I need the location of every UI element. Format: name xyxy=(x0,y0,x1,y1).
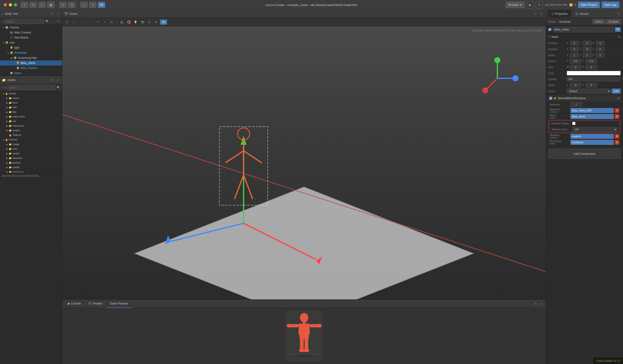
asset-item-resources[interactable]: ▶ 📁 resources xyxy=(0,123,62,128)
scale-z-input[interactable] xyxy=(596,53,604,57)
size-h-input[interactable] xyxy=(586,65,597,69)
close-dot[interactable] xyxy=(4,3,7,6)
position-y-input[interactable] xyxy=(583,41,592,45)
console-menu-icon[interactable]: ≡ xyxy=(539,301,544,306)
asset-item-internal[interactable]: ▼ 🔥 internal xyxy=(0,137,62,142)
asset-item-image[interactable]: ▶ 📁 image xyxy=(0,142,62,147)
filter-icon[interactable]: ↕ xyxy=(50,19,55,24)
scene-menu-icon[interactable]: ≡ xyxy=(539,11,544,16)
smr-gear-icon[interactable]: ⚙ xyxy=(617,97,620,100)
scene-tab[interactable]: Scene xyxy=(69,12,77,16)
size-w-input[interactable] xyxy=(570,65,581,69)
assets-search-icon[interactable]: 🔍 xyxy=(56,85,61,90)
asset-item-obsolete[interactable]: ▶ 📁 obsolete xyxy=(0,156,62,160)
sort-icon[interactable]: ⇅ xyxy=(4,86,6,89)
scene-anchor-icon[interactable]: ⊕ xyxy=(109,19,115,25)
asset-item-model[interactable]: ▶ 📁 model xyxy=(0,151,62,156)
minimize-dot[interactable] xyxy=(9,3,12,6)
rotation-y-input[interactable] xyxy=(583,47,592,51)
tree-item-root[interactable]: ▼ 📦 root xyxy=(0,40,62,45)
mesh-input[interactable] xyxy=(570,114,614,119)
add-node-icon[interactable]: + xyxy=(1,20,3,23)
open-app-button[interactable]: Open App xyxy=(601,2,619,8)
scene-fullscreen-icon[interactable]: ⎘ xyxy=(533,11,538,16)
scene-snap-icon[interactable]: 🧲 xyxy=(126,19,132,25)
tool-refresh-btn[interactable]: ↻ xyxy=(29,2,37,8)
play-button[interactable]: ▶ xyxy=(526,1,534,9)
tree-item-new-button[interactable]: ☐ New Button xyxy=(0,35,62,40)
asset-item-resources2[interactable]: ▶ 📁 resources xyxy=(0,170,62,172)
asset-item-hero[interactable]: ▶ 📁 hero xyxy=(0,100,62,105)
scene-3d-button[interactable]: 3D xyxy=(160,20,167,25)
search-icon[interactable]: 🔍 xyxy=(45,19,50,24)
opacity-input[interactable] xyxy=(567,77,621,82)
scale-y-input[interactable] xyxy=(583,53,592,57)
asset-item-particle[interactable]: ▶ 📁 particle xyxy=(0,160,62,165)
material-input[interactable] xyxy=(570,108,614,113)
refresh-icon[interactable]: ↻ xyxy=(56,19,61,24)
assets-search-input[interactable] xyxy=(7,85,55,90)
rotation-z-input[interactable] xyxy=(596,47,604,51)
scene-scale-icon[interactable]: ⤡ xyxy=(102,19,108,25)
color-swatch[interactable] xyxy=(567,71,621,75)
prefab-go-back-button[interactable]: Go Back xyxy=(606,19,621,24)
maximize-dot[interactable] xyxy=(14,3,17,6)
shadow-casting-select[interactable]: ON xyxy=(572,127,618,132)
scene-viewport[interactable]: Drag with right mouse button to rotate c… xyxy=(62,26,546,300)
asset-item-i18n[interactable]: ▶ 📁 i18n xyxy=(0,105,62,109)
tool-screenshot-btn[interactable]: ▦ xyxy=(47,2,54,8)
skinned-mesh-renderer-header[interactable]: ⚡ SkinnedMeshRenderer ⚙ xyxy=(547,95,622,102)
asset-item-cases[interactable]: ▶ 📁 cases xyxy=(0,96,62,100)
scene-move-icon[interactable]: ↔ xyxy=(88,19,94,25)
reload-button[interactable]: ↻ xyxy=(535,1,543,9)
skeleton-input[interactable] xyxy=(570,134,614,139)
assets-tab[interactable]: Assets xyxy=(7,78,16,82)
node-name-input[interactable] xyxy=(553,27,614,32)
tree-item-beta-joints[interactable]: 📦 Beta_Joints xyxy=(0,61,62,65)
tool-expand-btn[interactable]: ⤢ xyxy=(38,2,46,8)
scene-zoom-out-icon[interactable]: - xyxy=(78,19,84,25)
node-section-gear-icon[interactable]: ⚙ xyxy=(618,35,621,39)
node-tree-search-input[interactable] xyxy=(4,19,44,24)
root-bone-remove-button[interactable]: ✕ xyxy=(615,140,619,145)
add-component-button[interactable]: Add Component xyxy=(548,149,621,159)
mesh-remove-button[interactable]: ✕ xyxy=(615,114,619,119)
props-menu-icon[interactable]: ≡ xyxy=(616,11,621,16)
tree-item-rootnode[interactable]: ▼ 📦 RootNode xyxy=(0,50,62,55)
materials-count-input[interactable] xyxy=(570,102,582,107)
add-asset-icon[interactable]: + xyxy=(1,86,3,89)
tab-properties[interactable]: ☰ Properties xyxy=(548,10,572,18)
asset-item-libs[interactable]: ▶ 📁 libs xyxy=(0,109,62,114)
scene-grid-icon[interactable]: ▦ xyxy=(119,19,125,25)
tool-rotate-btn[interactable]: ↺ xyxy=(89,2,96,8)
asset-item-main-menu[interactable]: ▶ 📁 main menu xyxy=(0,114,62,119)
asset-item-prefab[interactable]: ▶ 📁 prefab xyxy=(0,165,62,170)
node-active-checkbox[interactable] xyxy=(548,28,552,31)
tree-item-plane[interactable]: 📦 plane xyxy=(0,71,62,76)
group-edit-button[interactable]: Edit xyxy=(612,88,621,94)
node-tree-tab[interactable]: Node Tree xyxy=(5,12,18,16)
asset-item-testlist[interactable]: 🔥 TestList xyxy=(0,133,62,137)
anchor-x-input[interactable] xyxy=(570,59,581,64)
tool-move-btn[interactable]: ↕ xyxy=(80,2,88,8)
tool-undo-btn[interactable]: ↩ xyxy=(59,2,67,8)
anchor-y-input[interactable] xyxy=(586,59,597,64)
tool-add-btn[interactable]: + xyxy=(21,2,28,8)
tree-item-main-camera[interactable]: 📷 Main Camera xyxy=(0,30,62,35)
position-z-input[interactable] xyxy=(596,41,604,45)
tab-timeline[interactable]: ⏱ Timeline xyxy=(85,300,106,308)
console-fullscreen-icon[interactable]: ⎘ xyxy=(533,301,538,306)
skeleton-remove-button[interactable]: ✕ xyxy=(615,134,619,139)
smr-active-checkbox[interactable] xyxy=(549,97,552,100)
browser-dropdown[interactable]: Browser ▾ xyxy=(506,2,524,8)
group-select[interactable]: Default xyxy=(567,88,611,94)
panel-lock-icon[interactable]: ⎘ xyxy=(49,11,54,16)
tree-item-canvas[interactable]: ▼ 🎨 Canvas xyxy=(0,25,62,30)
open-project-button[interactable]: Open Project xyxy=(578,2,600,8)
scene-gizmo-icon[interactable]: ⊞ xyxy=(146,19,152,25)
node-section-header[interactable]: ▼ Node ⚙ xyxy=(546,34,623,40)
tool-3d-btn[interactable]: 3D xyxy=(98,2,105,8)
tool-redo-btn[interactable]: ↪ xyxy=(68,2,75,8)
material-remove-button[interactable]: ✕ xyxy=(615,108,619,113)
scene-camera-icon[interactable]: 📷 xyxy=(139,19,145,25)
